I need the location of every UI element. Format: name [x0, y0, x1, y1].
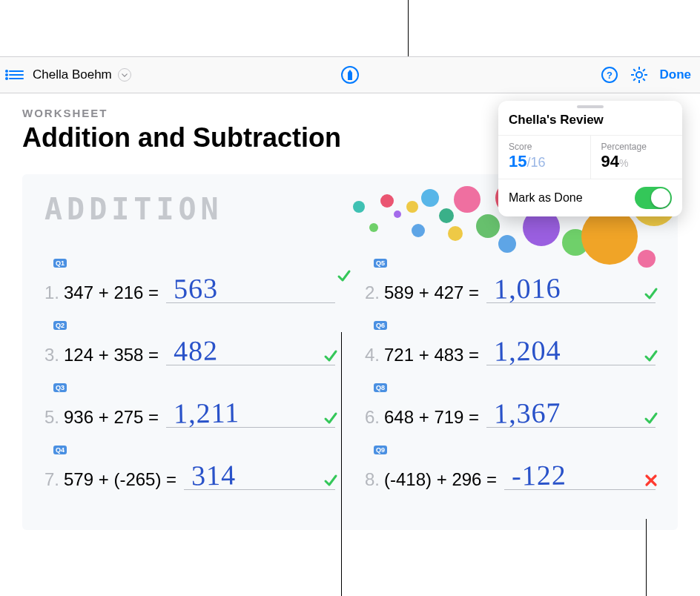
question-row[interactable]: Q52.589 + 427 =1,016 — [365, 263, 656, 303]
question-number: 2. — [365, 282, 380, 303]
question-number: 6. — [365, 407, 380, 428]
question-expression: 579 + (-265) = — [64, 469, 176, 490]
question-row[interactable]: Q35.936 + 275 =1,211 — [44, 388, 335, 428]
question-number: 3. — [44, 345, 59, 365]
handwritten-answer: 1,211 — [174, 396, 240, 430]
handwritten-answer: -122 — [512, 458, 567, 491]
bubble — [448, 226, 463, 241]
check-icon — [644, 409, 658, 424]
question-number: 4. — [365, 345, 380, 365]
answer-field[interactable]: 1,211 — [166, 398, 335, 428]
answer-field[interactable]: 482 — [166, 336, 335, 365]
question-expression: 124 + 358 = — [64, 345, 159, 365]
question-expression: 721 + 483 = — [384, 345, 479, 365]
question-number: 5. — [44, 407, 59, 428]
question-number: 1. — [44, 282, 59, 303]
callout-line-right — [646, 519, 647, 596]
callout-line-left — [341, 332, 342, 596]
handwritten-answer: 1,016 — [494, 271, 561, 305]
x-icon — [644, 471, 658, 486]
bubble — [498, 235, 516, 253]
question-row[interactable]: Q11.347 + 216 =563 — [44, 263, 335, 303]
answer-field[interactable]: 1,016 — [486, 274, 656, 303]
mark-as-done-row: Mark as Done — [498, 179, 682, 216]
handwritten-answer: 482 — [174, 334, 219, 367]
section-addition: ADDITION Q11.347 + 216 =563Q52.589 + 427… — [22, 174, 678, 530]
question-expression: (-418) + 296 = — [384, 469, 497, 490]
score-label: Score — [509, 142, 580, 152]
check-icon — [644, 347, 658, 362]
question-badge: Q5 — [374, 259, 387, 268]
question-row[interactable]: Q86.648 + 719 =1,367 — [365, 388, 656, 428]
answer-field[interactable]: 1,204 — [486, 336, 656, 365]
score-value: 15/16 — [509, 152, 546, 170]
question-row[interactable]: Q64.721 + 483 =1,204 — [365, 325, 656, 365]
markup-icon[interactable] — [341, 66, 359, 84]
handwritten-answer: 563 — [174, 271, 219, 305]
question-badge: Q8 — [374, 383, 387, 392]
list-icon[interactable] — [9, 68, 27, 82]
question-badge: Q2 — [53, 321, 67, 330]
question-badge: Q4 — [53, 446, 67, 454]
check-icon — [323, 347, 338, 362]
answer-field[interactable]: 563 — [166, 274, 335, 303]
handwritten-answer: 1,367 — [494, 396, 561, 430]
svg-line-9 — [633, 79, 635, 81]
question-row[interactable]: Q47.579 + (-265) =314 — [44, 450, 335, 490]
percentage-value: 94% — [601, 152, 629, 170]
check-icon — [644, 285, 658, 299]
svg-text:?: ? — [607, 70, 612, 81]
review-metrics: Score 15/16 Percentage 94% — [498, 135, 682, 179]
percentage-label: Percentage — [601, 142, 673, 152]
svg-line-10 — [643, 69, 645, 71]
answer-field[interactable]: 1,367 — [486, 398, 656, 428]
mark-as-done-toggle[interactable] — [635, 187, 672, 209]
drag-handle[interactable] — [577, 105, 604, 108]
answer-field[interactable]: -122 — [504, 460, 656, 490]
bubble — [562, 229, 589, 256]
mark-as-done-label: Mark as Done — [509, 191, 583, 205]
handwritten-answer: 314 — [191, 458, 237, 491]
question-badge: Q9 — [374, 446, 387, 454]
question-row[interactable]: Q98.(-418) + 296 =-122 — [365, 450, 656, 490]
score-metric: Score 15/16 — [498, 136, 590, 179]
review-panel[interactable]: Chella's Review Score 15/16 Percentage 9… — [498, 101, 682, 216]
review-title: Chella's Review — [498, 110, 682, 135]
question-expression: 347 + 216 = — [64, 282, 159, 303]
annotated-figure: Chella Boehm ? Done WORKSHEET Addition a… — [0, 0, 700, 596]
question-number: 8. — [365, 469, 380, 490]
question-number: 7. — [44, 469, 59, 490]
svg-line-8 — [643, 79, 645, 81]
check-icon — [323, 471, 338, 486]
svg-point-2 — [636, 72, 642, 78]
handwritten-answer: 1,204 — [494, 334, 561, 368]
percentage-metric: Percentage 94% — [590, 136, 683, 179]
question-expression: 936 + 275 = — [64, 407, 159, 428]
gear-icon[interactable] — [630, 66, 648, 84]
check-icon — [337, 267, 351, 282]
done-button[interactable]: Done — [660, 67, 692, 82]
question-badge: Q1 — [53, 259, 67, 268]
question-badge: Q6 — [374, 321, 387, 330]
chevron-down-icon[interactable] — [118, 68, 131, 82]
question-grid: Q11.347 + 216 =563Q52.589 + 427 =1,016Q2… — [44, 263, 656, 490]
question-expression: 648 + 719 = — [384, 407, 479, 428]
help-icon[interactable]: ? — [601, 66, 618, 84]
answer-field[interactable]: 314 — [184, 460, 335, 490]
toolbar: Chella Boehm ? Done — [0, 56, 700, 93]
check-icon — [323, 409, 338, 424]
svg-line-7 — [633, 69, 635, 71]
callout-line-top — [408, 0, 409, 56]
question-badge: Q3 — [53, 383, 67, 392]
question-expression: 589 + 427 = — [384, 282, 479, 303]
question-row[interactable]: Q23.124 + 358 =482 — [44, 325, 335, 365]
student-name[interactable]: Chella Boehm — [33, 67, 112, 82]
